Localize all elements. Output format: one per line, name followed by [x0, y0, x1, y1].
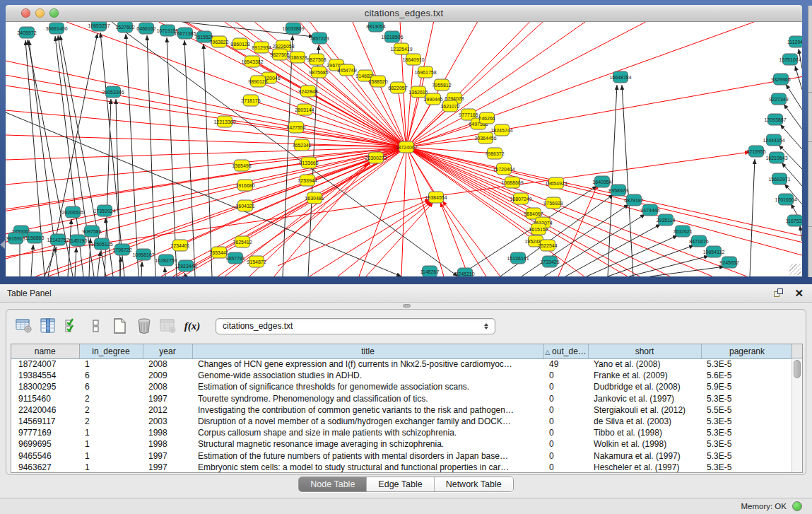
graph-node[interactable]: 7632621: [673, 226, 692, 237]
graph-node-selected[interactable]: 2718176: [241, 95, 260, 106]
graph-node[interactable]: 8215955: [746, 146, 765, 157]
graph-node[interactable]: 1167531: [786, 215, 802, 226]
graph-node-selected[interactable]: 6822057: [388, 82, 407, 93]
graph-node[interactable]: 9474444: [640, 204, 659, 216]
graph-node-selected[interactable]: 1615152: [529, 223, 548, 235]
graph-node[interactable]: 20206535: [61, 206, 83, 218]
row-check-icon[interactable]: [61, 316, 83, 336]
graph-node[interactable]: 30691406: [45, 23, 67, 34]
edge[interactable]: [165, 267, 165, 276]
table-selector-dropdown[interactable]: citations_edges.txt: [216, 318, 495, 334]
trash-icon[interactable]: [134, 316, 155, 336]
graph-node-selected[interactable]: 1916680: [235, 180, 254, 191]
table-row[interactable]: 1872400712008Changes of HCN gene express…: [11, 358, 793, 370]
graph-node[interactable]: 1156863: [25, 232, 45, 243]
selected-edge[interactable]: [442, 201, 500, 276]
graph-node[interactable]: 1112045: [787, 36, 802, 47]
selected-edge[interactable]: [440, 202, 469, 276]
graph-node[interactable]: 1148267: [420, 266, 440, 276]
graph-node-selected[interactable]: 20364456: [474, 132, 496, 144]
edge[interactable]: [126, 34, 139, 276]
selected-edge[interactable]: [502, 76, 802, 130]
graph-node-selected[interactable]: 9890123: [248, 76, 267, 87]
graph-node[interactable]: 12444154: [763, 134, 784, 146]
function-icon[interactable]: f(x): [182, 316, 203, 336]
graph-node[interactable]: 9097588: [82, 226, 101, 237]
graph-node-selected[interactable]: 1604321: [235, 200, 254, 211]
graph-node[interactable]: 16033809: [282, 23, 304, 34]
new-document-icon[interactable]: [110, 316, 131, 336]
table-row[interactable]: 977716911998Corpus callosum shape and si…: [11, 427, 793, 438]
column-header-in_degree[interactable]: in_degree: [79, 344, 143, 358]
graph-node[interactable]: 10654112: [703, 246, 725, 257]
graph-node[interactable]: 8813054: [366, 22, 385, 32]
graph-node-selected[interactable]: 8860128: [230, 38, 249, 49]
graph-node[interactable]: 7857223: [310, 33, 329, 44]
edge[interactable]: [622, 85, 633, 276]
graph-node-selected[interactable]: 8427552: [286, 122, 305, 133]
graph-node-selected[interactable]: 1621072: [440, 100, 459, 112]
selected-edge[interactable]: [6, 135, 406, 147]
selected-edge[interactable]: [366, 202, 433, 276]
graph-node[interactable]: 8958923: [608, 185, 628, 196]
table-row[interactable]: 1456911722003Disruption of a novel membe…: [11, 416, 793, 427]
selected-edge[interactable]: [258, 81, 406, 147]
graph-node[interactable]: 8471676: [689, 235, 708, 247]
graph-node[interactable]: 2935114: [657, 214, 676, 226]
resize-grip-icon[interactable]: [789, 264, 801, 275]
selected-edge[interactable]: [442, 22, 478, 85]
graph-node[interactable]: 12093887: [764, 114, 786, 125]
table-row[interactable]: 969969511998Structural magnetic resonanc…: [11, 438, 793, 450]
graph-node-selected[interactable]: 746266: [478, 112, 495, 124]
selected-edge[interactable]: [257, 147, 406, 262]
citation-network-graph[interactable]: 2405572306914061065325715276026466162107…: [6, 22, 802, 276]
edge[interactable]: [629, 256, 709, 276]
table-row[interactable]: 2242004622012Investigating the contribut…: [11, 404, 793, 416]
column-header-short[interactable]: short: [588, 344, 701, 358]
select-columns-icon[interactable]: [37, 316, 59, 336]
graph-node[interactable]: 17359924: [93, 205, 115, 216]
graph-node[interactable]: 1795722: [112, 244, 131, 255]
column-header-title[interactable]: title: [192, 344, 543, 358]
edge[interactable]: [120, 257, 121, 276]
graph-node[interactable]: 15136141: [507, 252, 529, 264]
graph-node-selected[interactable]: 9756928: [543, 197, 563, 209]
graph-node-selected[interactable]: 7963822: [209, 36, 228, 47]
graph-node-selected[interactable]: 7652341: [292, 139, 311, 151]
table-settings-icon[interactable]: [13, 316, 35, 336]
selected-edge[interactable]: [406, 147, 543, 223]
selected-edge[interactable]: [278, 199, 430, 266]
table-row[interactable]: 1830029562008Estimation of significance …: [11, 381, 793, 392]
graph-node[interactable]: 17016504: [775, 194, 796, 205]
network-window-titlebar[interactable]: citations_edges.txt: [6, 5, 802, 22]
graph-node-selected[interactable]: 2803144: [295, 104, 314, 115]
graph-node[interactable]: 16210643: [765, 152, 787, 163]
network-view-canvas[interactable]: 2405572306914061065325715276026466162107…: [6, 22, 802, 276]
graph-node-selected[interactable]: 9827508: [307, 54, 326, 65]
graph-node[interactable]: 16782759: [155, 255, 177, 266]
graph-node-selected[interactable]: 7253944: [298, 175, 317, 186]
graph-node[interactable]: 9227349: [769, 93, 788, 105]
splitter-handle[interactable]: [403, 304, 411, 308]
table-row[interactable]: 946362711997Embryonic stem cells: a mode…: [11, 462, 793, 473]
graph-node-selected[interactable]: 7986372: [485, 148, 504, 159]
graph-node[interactable]: 9245652: [719, 257, 739, 268]
column-header-name[interactable]: name: [11, 344, 79, 358]
graph-node-selected[interactable]: 1588520: [368, 76, 387, 87]
selected-edge[interactable]: [469, 22, 646, 115]
graph-node[interactable]: 6466162: [136, 23, 155, 34]
graph-node[interactable]: 15692971: [768, 173, 790, 185]
graph-node[interactable]: 1640954: [592, 176, 611, 187]
graph-node-selected[interactable]: 8454749: [337, 64, 356, 76]
graph-node-selected[interactable]: 7254401: [170, 240, 189, 251]
edge[interactable]: [141, 262, 142, 276]
graph-node-selected[interactable]: 18245744: [490, 124, 512, 136]
graph-node-selected[interactable]: 12325419: [390, 43, 412, 54]
tab-node-table[interactable]: Node Table: [299, 477, 367, 491]
graph-node-selected[interactable]: 19384554: [425, 192, 447, 203]
panel-collapse-arrow-icon[interactable]: [0, 240, 5, 249]
table-row[interactable]: 911546021997Tourette syndrome. Phenomeno…: [11, 393, 793, 404]
edge[interactable]: [204, 44, 212, 276]
graph-node[interactable]: 19218506: [381, 31, 403, 42]
edge[interactable]: [784, 104, 802, 129]
